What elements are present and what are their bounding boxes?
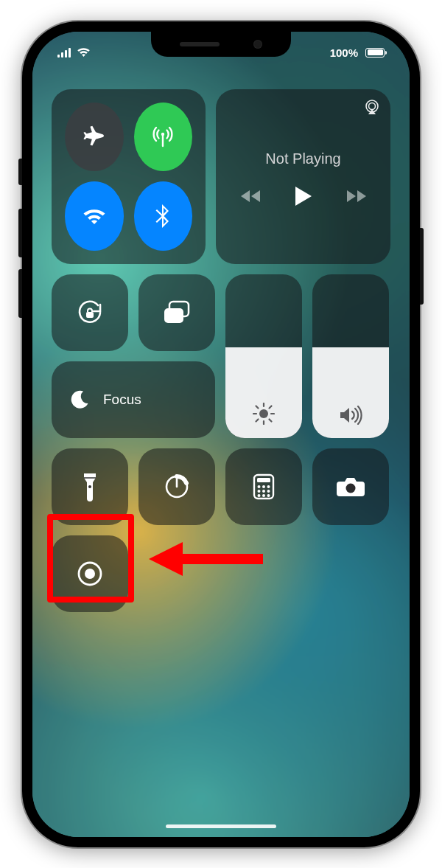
svg-point-36 bbox=[85, 569, 95, 579]
home-indicator[interactable] bbox=[166, 824, 276, 828]
antenna-icon bbox=[150, 124, 175, 149]
orientation-lock-button[interactable] bbox=[52, 274, 128, 351]
svg-rect-8 bbox=[86, 312, 94, 318]
previous-track-icon[interactable] bbox=[241, 189, 262, 204]
earpiece bbox=[180, 42, 220, 46]
svg-point-34 bbox=[346, 483, 356, 493]
airplay-icon[interactable] bbox=[364, 100, 380, 114]
timer-button[interactable] bbox=[138, 448, 215, 525]
media-title: Not Playing bbox=[265, 150, 340, 167]
next-track-icon[interactable] bbox=[345, 189, 366, 204]
bluetooth-button[interactable] bbox=[134, 181, 193, 251]
screen-recording-button[interactable] bbox=[52, 535, 128, 612]
svg-point-32 bbox=[262, 494, 265, 497]
svg-point-31 bbox=[258, 494, 261, 497]
camera-button[interactable] bbox=[312, 448, 389, 525]
svg-point-20 bbox=[88, 485, 91, 488]
svg-rect-2 bbox=[65, 50, 67, 58]
wifi-icon bbox=[82, 206, 107, 226]
screen-mirroring-icon bbox=[162, 300, 192, 325]
airplane-icon bbox=[83, 125, 106, 148]
calculator-button[interactable] bbox=[225, 448, 302, 525]
mute-switch bbox=[18, 159, 22, 185]
svg-point-27 bbox=[267, 485, 270, 488]
screen: 100% bbox=[32, 32, 410, 837]
moon-icon bbox=[69, 389, 90, 410]
sun-icon bbox=[253, 403, 275, 425]
focus-label: Focus bbox=[103, 392, 141, 408]
phone-frame: 100% bbox=[22, 21, 420, 847]
connectivity-module[interactable] bbox=[52, 89, 206, 264]
bluetooth-icon bbox=[155, 204, 170, 229]
svg-rect-0 bbox=[57, 55, 60, 58]
record-icon bbox=[75, 559, 105, 588]
calculator-icon bbox=[253, 473, 275, 500]
svg-line-16 bbox=[256, 406, 259, 408]
svg-point-33 bbox=[267, 494, 270, 497]
flashlight-icon bbox=[82, 472, 98, 501]
wifi-button[interactable] bbox=[65, 181, 124, 251]
camera-icon bbox=[336, 476, 365, 498]
svg-point-30 bbox=[267, 490, 270, 493]
battery-percent: 100% bbox=[330, 46, 358, 59]
battery-icon bbox=[365, 48, 385, 58]
cellular-data-button[interactable] bbox=[134, 103, 193, 172]
svg-point-28 bbox=[258, 490, 261, 493]
play-icon[interactable] bbox=[294, 185, 313, 207]
screen-mirroring-button[interactable] bbox=[138, 274, 215, 351]
svg-point-11 bbox=[259, 409, 268, 418]
svg-rect-1 bbox=[61, 52, 63, 58]
svg-rect-24 bbox=[257, 478, 270, 482]
speaker-icon bbox=[339, 406, 362, 425]
svg-point-25 bbox=[258, 485, 261, 488]
front-camera bbox=[253, 40, 262, 49]
svg-rect-3 bbox=[69, 48, 71, 58]
svg-line-19 bbox=[270, 406, 272, 408]
media-module[interactable]: Not Playing bbox=[216, 89, 390, 264]
svg-point-26 bbox=[262, 485, 265, 488]
rotation-lock-icon bbox=[75, 298, 105, 327]
volume-slider[interactable] bbox=[312, 274, 389, 438]
power-button bbox=[420, 228, 424, 305]
svg-line-17 bbox=[270, 419, 272, 421]
brightness-slider[interactable] bbox=[225, 274, 302, 438]
cellular-signal-icon bbox=[57, 48, 72, 58]
svg-rect-10 bbox=[164, 308, 183, 323]
svg-point-7 bbox=[369, 103, 376, 109]
svg-point-29 bbox=[262, 490, 265, 493]
svg-line-18 bbox=[256, 419, 259, 421]
volume-up-button bbox=[18, 209, 22, 257]
volume-down-button bbox=[18, 269, 22, 318]
focus-button[interactable]: Focus bbox=[52, 361, 215, 438]
timer-icon bbox=[164, 473, 190, 500]
control-center: Not Playing bbox=[52, 89, 390, 612]
notch bbox=[151, 32, 291, 57]
airplane-mode-button[interactable] bbox=[65, 103, 124, 172]
flashlight-button[interactable] bbox=[52, 448, 128, 525]
wifi-status-icon bbox=[77, 47, 91, 58]
